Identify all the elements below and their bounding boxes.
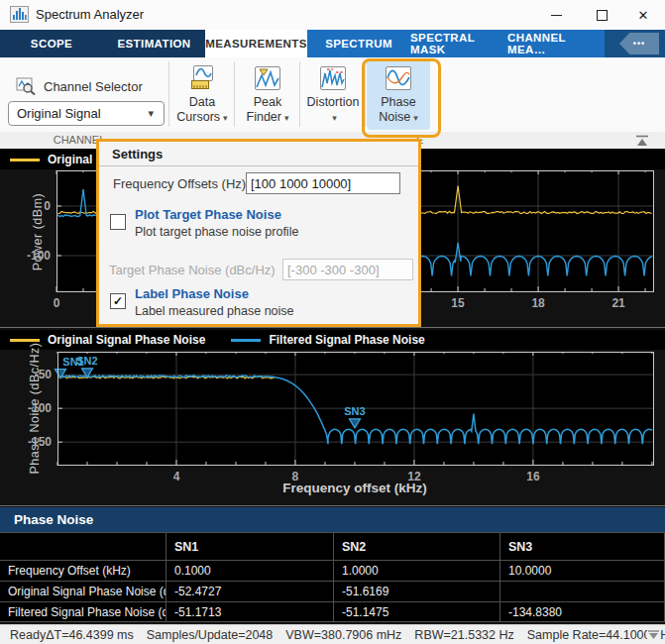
channel-selector-label: Channel Selector (44, 79, 143, 94)
frequency-offsets-input[interactable] (246, 172, 400, 194)
close-button[interactable]: ✕ (621, 0, 665, 30)
table-cell: 0.1000 (166, 561, 334, 582)
plot-target-checkbox[interactable] (110, 214, 126, 230)
table-cell: -51.6169 (334, 582, 500, 602)
phase-noise-panel-header: Phase Noise (0, 507, 665, 532)
channel-selector-button[interactable]: Channel Selector (16, 77, 143, 95)
y-tick-label: -100 (13, 249, 51, 263)
channel-selector-value: Original Signal (17, 106, 101, 121)
y-tick-label: -50 (14, 368, 52, 381)
legend-line-original (10, 159, 40, 161)
collapse-toolstrip-icon[interactable] (635, 135, 649, 147)
minimize-icon (551, 15, 562, 16)
phase-noise-table: SN1 SN2 SN3 Frequency Offset (kHz) 0.100… (0, 532, 665, 621)
settings-header: Settings (99, 142, 418, 166)
title-bar: Spectrum Analyzer ✕ (0, 0, 665, 30)
table-cell (500, 582, 665, 602)
maximize-button[interactable] (580, 0, 623, 30)
divider (0, 327, 665, 328)
status-vbw: VBW=380.7906 mHz (285, 628, 401, 642)
status-samples: Samples/Update=2048 (147, 628, 274, 642)
y-tick-label: -100 (14, 401, 52, 415)
phase-noise-panel-title: Phase Noise (14, 512, 93, 527)
chevron-down-icon: ▾ (148, 107, 154, 120)
distortion-button[interactable]: Distortion ▾ (301, 59, 365, 130)
table-header-sn3: SN3 (500, 533, 665, 561)
y-tick-label: -150 (14, 435, 52, 449)
minimize-button[interactable] (534, 0, 578, 30)
frequency-offsets-label: Frequency Offsets (Hz) (113, 176, 246, 191)
svg-text:SN3: SN3 (344, 405, 365, 417)
peak-finder-button[interactable]: Peak Finder▾ (236, 59, 299, 130)
peak-finder-icon (254, 65, 281, 91)
channel-selector-icon (16, 77, 36, 95)
x-tick-label: 16 (516, 470, 550, 483)
toolbar-separator (299, 61, 300, 127)
label-phase-checkbox[interactable]: ✓ (110, 293, 126, 309)
chevron-down-icon: ▾ (223, 113, 228, 123)
plot-target-title[interactable]: Plot Target Phase Noise (135, 207, 281, 222)
table-cell: -52.4727 (166, 582, 334, 602)
plot-target-subtitle: Plot target phase noise profile (135, 225, 298, 239)
legend-line-filtered-pn (231, 339, 261, 342)
table-cell: 10.0000 (500, 561, 665, 582)
toolstrip: Channel Selector Original Signal ▾ Data (0, 57, 665, 132)
label-phase-subtitle: Label measured phase noise (135, 304, 294, 318)
tab-estimation[interactable]: ESTIMATION (103, 30, 205, 57)
target-phase-noise-input (282, 259, 413, 280)
chevron-down-icon: ▾ (332, 113, 337, 123)
phase-noise-settings-popup: Settings Frequency Offsets (Hz) Plot Tar… (96, 139, 421, 327)
data-cursors-button[interactable]: Data Cursors▾ (170, 59, 234, 130)
status-state: Ready (10, 628, 46, 642)
table-header-sn1: SN1 (166, 533, 334, 561)
target-phase-noise-label: Target Phase Noise (dBc/Hz) (109, 263, 276, 277)
phase-noise-legend: Original Signal Phase Noise Filtered Sig… (0, 330, 665, 350)
distortion-icon (319, 65, 347, 91)
tab-spectral-mask[interactable]: SPECTRAL MASK (410, 30, 507, 57)
status-sample-rate: Sample Rate=44.1000 kHz (527, 628, 665, 642)
table-cell: -134.8380 (500, 602, 665, 622)
y-tick-label: 0 (13, 199, 51, 213)
tab-bar: SCOPE ESTIMATION MEASUREMENTS SPECTRUM S… (0, 30, 665, 57)
toolbar-separator (234, 61, 235, 127)
table-row-label: Original Signal Phase Noise (dB... (0, 582, 166, 602)
status-delta-t: ΔT=46.4399 ms (46, 628, 134, 642)
settings-title: Settings (112, 147, 163, 161)
channel-selector-dropdown[interactable]: Original Signal ▾ (8, 101, 165, 126)
chevron-down-icon: ▾ (413, 113, 418, 123)
phase-noise-button[interactable]: Phase Noise▾ (367, 59, 430, 130)
table-cell: 1.0000 (334, 561, 500, 582)
phase-noise-icon (385, 65, 412, 91)
maximize-icon (597, 10, 608, 21)
toolbar-separator (365, 61, 366, 127)
spectrum-analyzer-window: Spectrum Analyzer ✕ SCOPE ESTIMATION MEA… (0, 0, 665, 644)
tab-spectrum[interactable]: SPECTRUM (307, 30, 410, 57)
table-corner-cell (0, 533, 166, 561)
close-icon: ✕ (638, 8, 649, 23)
trend-icon[interactable] (647, 630, 660, 640)
status-rbw: RBW=21.5332 Hz (414, 628, 513, 642)
x-tick-label: 8 (278, 470, 312, 483)
table-cell: -51.1475 (334, 602, 500, 622)
table-row-label: Filtered Signal Phase Noise (dB... (0, 602, 166, 622)
x-tick-label: 12 (397, 470, 431, 483)
label-phase-title[interactable]: Label Phase Noise (135, 286, 249, 301)
status-bar: Ready ΔT=46.4399 ms Samples/Update=2048 … (0, 624, 665, 644)
tab-channel-measurements[interactable]: CHANNEL MEA… (507, 30, 605, 57)
svg-text:SN2: SN2 (76, 355, 97, 367)
x-tick-label: 18 (521, 296, 555, 310)
table-cell: -51.1713 (166, 602, 334, 622)
x-tick-label: 15 (441, 296, 475, 310)
window-title: Spectrum Analyzer (36, 7, 144, 22)
data-cursors-icon (187, 64, 217, 92)
toolbar-separator (168, 61, 169, 127)
phase-noise-plot[interactable]: SN1SN2SN3 (57, 352, 654, 466)
legend-line-original-pn (10, 339, 40, 342)
divider (0, 505, 665, 506)
tab-scope[interactable]: SCOPE (0, 30, 103, 57)
table-row-label: Frequency Offset (kHz) (0, 561, 166, 582)
x-tick-label: 0 (40, 296, 73, 310)
tab-measurements[interactable]: MEASUREMENTS (205, 30, 307, 57)
x-tick-label: 4 (160, 470, 193, 483)
x-tick-label: 21 (602, 296, 635, 310)
